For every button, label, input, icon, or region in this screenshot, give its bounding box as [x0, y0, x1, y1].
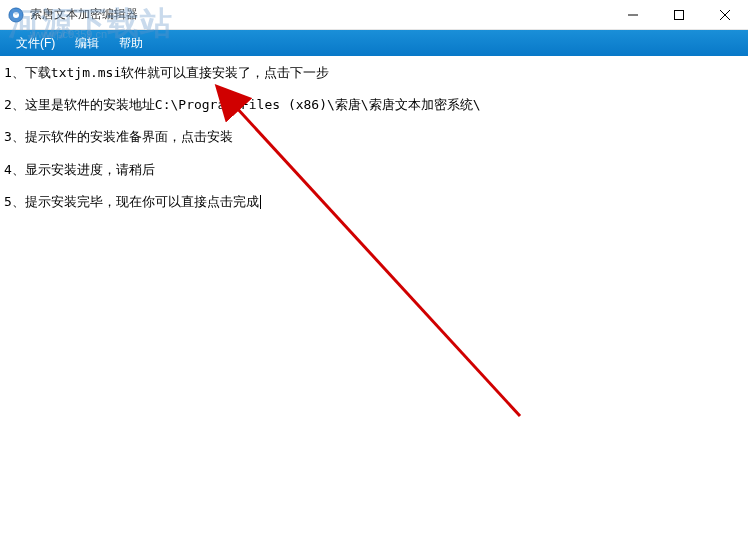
text-line: 2、这里是软件的安装地址C:\Program Files (x86)\索唐\索唐… — [4, 96, 744, 114]
titlebar: 索唐文本加密编辑器 — [0, 0, 748, 30]
menu-edit[interactable]: 编辑 — [65, 31, 109, 56]
menubar: 文件(F) 编辑 帮助 — [0, 30, 748, 56]
svg-point-1 — [13, 12, 19, 18]
text-line: 4、显示安装进度，请稍后 — [4, 161, 744, 179]
app-icon — [8, 7, 24, 23]
window-controls — [610, 0, 748, 29]
text-line: 3、提示软件的安装准备界面，点击安装 — [4, 128, 744, 146]
editor-content[interactable]: 1、下载txtjm.msi软件就可以直接安装了，点击下一步 2、这里是软件的安装… — [0, 56, 748, 552]
maximize-button[interactable] — [656, 0, 702, 29]
text-line: 5、提示安装完毕，现在你可以直接点击完成 — [4, 193, 744, 211]
text-line: 1、下载txtjm.msi软件就可以直接安装了，点击下一步 — [4, 64, 744, 82]
minimize-button[interactable] — [610, 0, 656, 29]
window-title: 索唐文本加密编辑器 — [30, 6, 610, 23]
svg-rect-3 — [675, 10, 684, 19]
close-button[interactable] — [702, 0, 748, 29]
svg-line-7 — [235, 106, 520, 416]
menu-file[interactable]: 文件(F) — [6, 31, 65, 56]
menu-help[interactable]: 帮助 — [109, 31, 153, 56]
text-cursor — [260, 195, 261, 209]
